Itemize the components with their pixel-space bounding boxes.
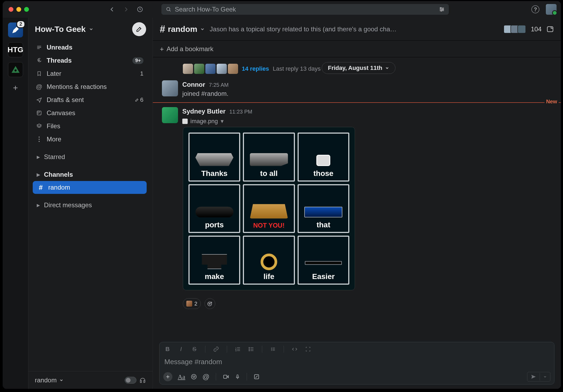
svg-rect-7 xyxy=(37,111,39,113)
usb-c-icon xyxy=(195,207,234,217)
link-button[interactable] xyxy=(212,345,220,353)
svg-point-9 xyxy=(39,139,40,140)
send-options-button[interactable] xyxy=(540,373,550,380)
svg-point-18 xyxy=(191,374,196,379)
pencil-icon xyxy=(135,98,139,102)
huddle-toggle[interactable] xyxy=(125,377,136,384)
bookmark-bar[interactable]: + Add a bookmark xyxy=(153,41,561,57)
add-workspace-button[interactable]: + xyxy=(10,82,21,94)
svg-point-3 xyxy=(442,9,443,10)
huddle-footer[interactable]: random xyxy=(28,371,153,389)
channel-random[interactable]: # random xyxy=(33,181,147,194)
threads-badge: 9+ xyxy=(132,57,143,64)
thread-participant-avatars xyxy=(183,64,238,74)
image-attachment[interactable]: Thanks to all those ports NOT YOU! that … xyxy=(183,127,355,290)
search-filter-icon[interactable] xyxy=(439,6,445,13)
workspace-2[interactable]: HTG xyxy=(8,42,23,57)
channel-canvas-button[interactable] xyxy=(546,25,554,33)
message-body: joined #random. xyxy=(182,90,228,97)
message-author[interactable]: Sydney Butler xyxy=(182,108,225,115)
caret-right-icon: ▸ xyxy=(36,201,40,209)
reaction[interactable]: 2 xyxy=(183,298,201,309)
more-icon xyxy=(36,136,42,142)
format-toggle-button[interactable]: Aa xyxy=(178,373,185,380)
avatar[interactable] xyxy=(162,80,178,96)
headset-icon[interactable] xyxy=(139,377,146,384)
search-box[interactable] xyxy=(161,4,449,15)
strike-button[interactable]: S xyxy=(191,345,198,353)
reaction-emoji xyxy=(186,301,192,307)
user-avatar[interactable] xyxy=(546,4,557,15)
search-icon xyxy=(166,6,172,12)
video-button[interactable] xyxy=(223,374,229,380)
composer-input[interactable] xyxy=(164,358,549,366)
section-starred[interactable]: ▸ Starred xyxy=(29,150,150,163)
avatar xyxy=(183,64,193,74)
usb-a-icon xyxy=(304,207,342,217)
send-button[interactable] xyxy=(527,372,540,381)
threads-icon xyxy=(36,58,42,63)
bold-button[interactable]: B xyxy=(164,345,171,353)
sidebar-item-canvases[interactable]: Canvases xyxy=(31,107,148,119)
message-author[interactable]: Connor xyxy=(182,81,205,88)
fullscreen-window-button[interactable] xyxy=(24,7,29,12)
workspace-1[interactable]: 2 xyxy=(8,22,23,37)
sidebar-item-unreads[interactable]: Unreads xyxy=(31,41,148,54)
sidebar-item-drafts[interactable]: Drafts & sent 6 xyxy=(31,93,148,106)
section-dms[interactable]: ▸ Direct messages xyxy=(29,199,150,212)
composer-format-toolbar: B I S xyxy=(160,342,554,356)
svg-point-15 xyxy=(249,347,250,348)
member-count[interactable]: 104 xyxy=(531,25,542,33)
new-messages-divider xyxy=(153,102,561,103)
reaction-count: 2 xyxy=(194,301,197,307)
svg-point-8 xyxy=(39,137,40,138)
channel-name-button[interactable]: # random xyxy=(160,24,205,35)
channel-header: # random Jason has a topical story relat… xyxy=(153,18,561,41)
italic-button[interactable]: I xyxy=(177,345,185,353)
top-toolbar: ? xyxy=(3,1,561,18)
sidebar-item-files[interactable]: Files xyxy=(31,120,148,133)
member-avatars[interactable] xyxy=(505,25,526,33)
avatar[interactable] xyxy=(162,107,178,123)
add-reaction-button[interactable] xyxy=(205,298,215,309)
bulleted-list-button[interactable] xyxy=(247,345,255,353)
sidebar-item-later[interactable]: Later 1 xyxy=(31,67,148,80)
shortcuts-button[interactable] xyxy=(253,374,260,380)
svg-point-17 xyxy=(249,350,250,351)
numbered-list-button[interactable] xyxy=(234,345,242,353)
mention-button[interactable]: @ xyxy=(202,373,209,381)
audio-button[interactable] xyxy=(235,374,240,380)
plus-icon: + xyxy=(160,46,164,52)
channel-topic[interactable]: Jason has a topical story related to thi… xyxy=(210,25,397,33)
history-back-button[interactable] xyxy=(108,6,116,13)
section-channels[interactable]: ▸ Channels xyxy=(29,168,150,181)
attach-button[interactable]: + xyxy=(163,372,172,381)
code-button[interactable] xyxy=(291,345,298,353)
history-forward-button[interactable] xyxy=(122,6,130,13)
search-input[interactable] xyxy=(175,6,445,13)
drafts-count: 6 xyxy=(135,96,143,103)
compose-button[interactable] xyxy=(132,22,146,36)
help-button[interactable]: ? xyxy=(531,5,539,13)
minimize-window-button[interactable] xyxy=(16,7,21,12)
sidebar: How-To Geek Unreads Threads 9+ Later 1 xyxy=(28,18,153,389)
sidebar-item-more[interactable]: More xyxy=(31,133,148,146)
sidebar-item-threads[interactable]: Threads 9+ xyxy=(31,54,148,67)
svg-point-4 xyxy=(441,10,442,11)
date-divider-chip[interactable]: Friday, August 11th xyxy=(322,62,395,74)
blockquote-button[interactable] xyxy=(269,345,277,353)
workspace-switcher[interactable]: How-To Geek xyxy=(28,18,153,41)
svg-point-10 xyxy=(39,141,40,142)
close-window-button[interactable] xyxy=(9,7,13,12)
file-attachment-header[interactable]: image.png ▾ xyxy=(182,118,224,125)
workspace-3[interactable] xyxy=(8,62,23,77)
sidebar-item-mentions[interactable]: @ Mentions & reactions xyxy=(31,80,148,93)
new-messages-label: New xyxy=(545,99,559,105)
svg-point-1 xyxy=(167,7,170,11)
emoji-button[interactable] xyxy=(191,374,197,380)
codeblock-button[interactable] xyxy=(304,345,312,353)
thread-replies-link[interactable]: 14 replies xyxy=(242,65,269,72)
send-button-group xyxy=(527,372,550,382)
history-button[interactable] xyxy=(136,6,144,13)
message-list[interactable]: Friday, August 11th 14 replies Las xyxy=(153,57,561,342)
